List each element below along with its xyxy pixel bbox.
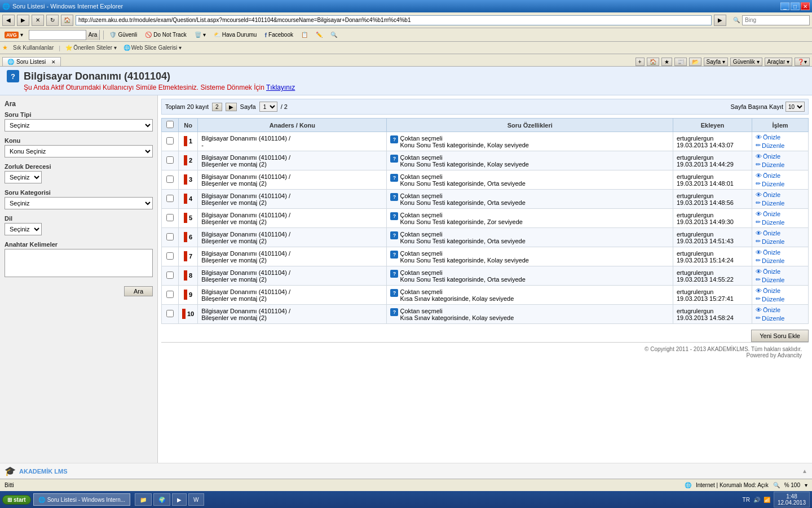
history-button[interactable]: 📂	[689, 58, 701, 66]
total-records: Toplam 20 kayıt	[165, 103, 209, 110]
dil-select[interactable]: Seçiniz	[5, 223, 42, 235]
security-button[interactable]: Güvenlik ▾	[730, 58, 762, 66]
guvenli-button[interactable]: 🛡️ Güvenli	[107, 31, 139, 38]
toolbar-search-button[interactable]: Ara	[86, 30, 100, 40]
back-button[interactable]: ◀	[2, 15, 15, 26]
duzenle-link[interactable]: ✏ Düzenle	[756, 276, 805, 283]
home-button[interactable]: 🏠	[61, 15, 73, 26]
tab-soru-listesi[interactable]: 🌐 Soru Listesi ✕	[2, 57, 61, 66]
onizle-link[interactable]: 👁 Önizle	[756, 172, 805, 179]
soru-tipi-select[interactable]: Seçiniz	[5, 119, 153, 132]
onizle-link[interactable]: 👁 Önizle	[756, 268, 805, 275]
onizle-link[interactable]: 👁 Önizle	[756, 306, 805, 313]
row-checkbox[interactable]	[166, 214, 174, 221]
duzenle-link[interactable]: ✏ Düzenle	[756, 180, 805, 187]
zoom-dropdown[interactable]: ▾	[805, 482, 807, 488]
duzenle-link[interactable]: ✏ Düzenle	[756, 142, 805, 149]
onerilen-siteler-button[interactable]: ⭐ Önerilen Siteler ▾	[64, 44, 118, 51]
row-checkbox[interactable]	[166, 271, 174, 279]
go-button[interactable]: ▶	[714, 15, 726, 26]
row-checkbox[interactable]	[166, 310, 174, 317]
row-checkbox[interactable]	[166, 252, 174, 260]
forward-button[interactable]: ▶	[17, 15, 29, 26]
hava-label: Hava Durumu	[222, 32, 257, 38]
trash-button[interactable]: 🗑️ ▾	[192, 31, 208, 38]
duzenle-link[interactable]: ✏ Düzenle	[756, 199, 805, 207]
row-checkbox[interactable]	[166, 233, 174, 240]
konu-select[interactable]: Konu Seçiniz	[5, 145, 153, 157]
tools-button[interactable]: Araçlar ▾	[765, 58, 792, 66]
add-question-button[interactable]: Yeni Soru Ekle	[751, 330, 809, 342]
facebook-button[interactable]: f Facebook	[262, 31, 295, 39]
word-taskbar-btn[interactable]: W	[188, 493, 204, 506]
research-icon: 🔍	[330, 32, 337, 38]
avg-button[interactable]: AVG ▾	[2, 31, 25, 39]
page-button[interactable]: Sayfa ▾	[704, 58, 728, 66]
search-box: Ara	[29, 30, 100, 40]
duzenle-link[interactable]: ✏ Düzenle	[756, 295, 805, 303]
ie-tools-button[interactable]: 📋	[299, 31, 310, 38]
do-not-track-button[interactable]: 🚫 Do Not Track	[143, 31, 188, 38]
star-icon: ★	[2, 44, 8, 51]
favorites-star-button[interactable]: ★	[661, 58, 672, 66]
anahtar-input[interactable]	[5, 249, 153, 277]
ara-button[interactable]: Ara	[124, 286, 153, 296]
close-button[interactable]: ✕	[801, 2, 810, 10]
help-button[interactable]: ❓▾	[795, 58, 810, 66]
ie-taskbar-item[interactable]: 🌐 Soru Listesi - Windows Intern...	[33, 493, 130, 506]
url-input[interactable]	[76, 15, 712, 25]
page-select[interactable]: 1	[259, 102, 277, 112]
duzenle-link[interactable]: ✏ Düzenle	[756, 257, 805, 264]
duzenle-link[interactable]: ✏ Düzenle	[756, 238, 805, 245]
row-anaders: Bilgisayar Donanımı (4101104) /	[201, 308, 383, 314]
simulation-link[interactable]: Tıklayınız	[266, 84, 295, 91]
zorluk-select[interactable]: Seçiniz	[5, 171, 42, 183]
duzenle-link[interactable]: ✏ Düzenle	[756, 218, 805, 226]
row-checkbox[interactable]	[166, 291, 174, 298]
stop-button[interactable]: ✕	[32, 15, 44, 26]
zoom-text: % 100	[784, 482, 800, 488]
onizle-link[interactable]: 👁 Önizle	[756, 230, 805, 237]
row-checkbox[interactable]	[166, 137, 174, 144]
kategori-select[interactable]: Seçiniz	[5, 197, 153, 209]
refresh-button[interactable]: ↻	[46, 15, 59, 26]
explorer-taskbar-btn[interactable]: 📁	[135, 493, 152, 506]
feeds-button[interactable]: 📰	[674, 58, 687, 66]
onizle-link[interactable]: 👁 Önizle	[756, 134, 805, 141]
browser-icon: 🌐	[2, 3, 10, 10]
toolbar-search-input[interactable]	[29, 32, 86, 38]
research-button[interactable]: 🔍	[328, 31, 339, 38]
avg-logo: AVG	[5, 32, 19, 38]
select-all-checkbox[interactable]	[166, 121, 174, 128]
onizle-link[interactable]: 👁 Önizle	[756, 191, 805, 198]
row-checkbox[interactable]	[166, 156, 174, 164]
duzenle-link[interactable]: ✏ Düzenle	[756, 314, 805, 322]
bing-search-input[interactable]	[742, 15, 810, 25]
tab-close-icon[interactable]: ✕	[51, 59, 56, 65]
page-arrow-btn[interactable]: ▶	[226, 103, 237, 111]
onizle-link[interactable]: 👁 Önizle	[756, 249, 805, 256]
chrome-taskbar-btn[interactable]: 🌍	[153, 493, 170, 506]
onizle-link[interactable]: 👁 Önizle	[756, 211, 805, 217]
hava-durumu-button[interactable]: ⛅ Hava Durumu	[211, 31, 259, 38]
row-checkbox[interactable]	[166, 176, 174, 183]
onizle-link[interactable]: 👁 Önizle	[756, 153, 805, 160]
row-ozellikler: ? Çoktan seçmeli Konu Sonu Testi kategor…	[387, 132, 673, 151]
page-next-btn[interactable]: 2	[212, 103, 222, 111]
duzenle-link[interactable]: ✏ Düzenle	[756, 161, 805, 168]
per-page-select[interactable]: 10	[785, 102, 805, 112]
row-number: 1	[179, 132, 198, 151]
kategori-info: Konu Sonu Testi kategorisinde, Kolay sev…	[400, 257, 529, 264]
duzenle-label: Düzenle	[762, 238, 784, 245]
home-nav-button[interactable]: 🏠	[647, 58, 659, 66]
edit-button[interactable]: ✏️	[314, 31, 325, 38]
media-taskbar-btn[interactable]: ▶	[172, 493, 187, 506]
maximize-button[interactable]: □	[791, 2, 800, 10]
start-button[interactable]: ⊞ start	[2, 495, 31, 505]
minimize-button[interactable]: _	[780, 2, 789, 10]
web-slice-button[interactable]: 🌐 Web Slice Galerisi ▾	[122, 44, 183, 51]
onizle-link[interactable]: 👁 Önizle	[756, 287, 805, 294]
row-checkbox[interactable]	[166, 195, 174, 202]
new-tab-button[interactable]: +	[636, 58, 645, 66]
sik-kullanilan-button[interactable]: Sık Kullanılanlar	[11, 44, 55, 51]
